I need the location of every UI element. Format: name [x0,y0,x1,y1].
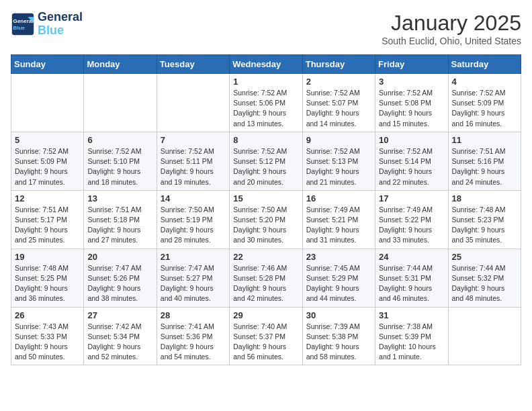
day-cell: 8Sunrise: 7:52 AMSunset: 5:12 PMDaylight… [230,132,302,190]
day-cell: 6Sunrise: 7:52 AMSunset: 5:10 PMDaylight… [84,132,157,190]
day-info: Sunrise: 7:41 AMSunset: 5:36 PMDaylight:… [161,322,226,363]
weekday-header-monday: Monday [84,55,157,74]
day-number: 4 [452,77,517,87]
day-info: Sunrise: 7:52 AMSunset: 5:11 PMDaylight:… [161,146,226,187]
day-number: 9 [306,135,371,145]
weekday-header-friday: Friday [375,55,448,74]
day-info: Sunrise: 7:51 AMSunset: 5:17 PMDaylight:… [15,205,80,246]
day-cell: 16Sunrise: 7:49 AMSunset: 5:21 PMDayligh… [302,190,375,248]
day-number: 10 [379,135,444,145]
svg-text:Blue: Blue [13,25,26,31]
day-info: Sunrise: 7:50 AMSunset: 5:20 PMDaylight:… [233,205,298,246]
week-row-1: 1Sunrise: 7:52 AMSunset: 5:06 PMDaylight… [11,74,521,132]
day-info: Sunrise: 7:39 AMSunset: 5:38 PMDaylight:… [306,322,371,363]
day-info: Sunrise: 7:52 AMSunset: 5:14 PMDaylight:… [379,146,444,187]
day-number: 12 [15,193,80,203]
day-number: 24 [379,252,444,262]
day-cell: 13Sunrise: 7:51 AMSunset: 5:18 PMDayligh… [84,190,157,248]
day-info: Sunrise: 7:51 AMSunset: 5:16 PMDaylight:… [452,146,517,187]
day-number: 7 [161,135,226,145]
day-cell: 31Sunrise: 7:38 AMSunset: 5:39 PMDayligh… [375,307,448,365]
logo-text: General Blue [38,11,83,38]
day-info: Sunrise: 7:52 AMSunset: 5:09 PMDaylight:… [452,88,517,129]
day-info: Sunrise: 7:46 AMSunset: 5:28 PMDaylight:… [233,263,298,304]
logo: General Blue General Blue [11,11,83,38]
day-info: Sunrise: 7:47 AMSunset: 5:26 PMDaylight:… [87,263,152,304]
day-info: Sunrise: 7:40 AMSunset: 5:37 PMDaylight:… [233,322,298,363]
day-info: Sunrise: 7:52 AMSunset: 5:09 PMDaylight:… [15,146,80,187]
day-cell: 18Sunrise: 7:48 AMSunset: 5:23 PMDayligh… [448,190,521,248]
day-cell [84,74,157,132]
day-cell [157,74,229,132]
day-cell: 9Sunrise: 7:52 AMSunset: 5:13 PMDaylight… [302,132,375,190]
day-cell: 7Sunrise: 7:52 AMSunset: 5:11 PMDaylight… [157,132,229,190]
day-cell: 29Sunrise: 7:40 AMSunset: 5:37 PMDayligh… [230,307,302,365]
day-cell: 25Sunrise: 7:44 AMSunset: 5:32 PMDayligh… [448,248,521,307]
day-cell: 1Sunrise: 7:52 AMSunset: 5:06 PMDaylight… [230,74,302,132]
day-cell: 4Sunrise: 7:52 AMSunset: 5:09 PMDaylight… [448,74,521,132]
page-header: General Blue General Blue January 2025 S… [11,11,521,46]
week-row-3: 12Sunrise: 7:51 AMSunset: 5:17 PMDayligh… [11,190,521,248]
weekday-header-tuesday: Tuesday [157,55,229,74]
day-cell: 28Sunrise: 7:41 AMSunset: 5:36 PMDayligh… [157,307,229,365]
day-cell: 22Sunrise: 7:46 AMSunset: 5:28 PMDayligh… [230,248,302,307]
month-title: January 2025 [382,11,521,36]
day-cell: 12Sunrise: 7:51 AMSunset: 5:17 PMDayligh… [11,190,84,248]
day-number: 29 [233,310,298,320]
day-number: 19 [15,252,80,262]
day-number: 26 [15,310,80,320]
day-number: 25 [452,252,517,262]
title-block: January 2025 South Euclid, Ohio, United … [382,11,521,46]
weekday-header-thursday: Thursday [302,55,375,74]
calendar-table: SundayMondayTuesdayWednesdayThursdayFrid… [11,54,521,365]
day-cell: 11Sunrise: 7:51 AMSunset: 5:16 PMDayligh… [448,132,521,190]
day-cell: 20Sunrise: 7:47 AMSunset: 5:26 PMDayligh… [84,248,157,307]
day-number: 2 [306,77,371,87]
day-cell: 30Sunrise: 7:39 AMSunset: 5:38 PMDayligh… [302,307,375,365]
day-cell: 2Sunrise: 7:52 AMSunset: 5:07 PMDaylight… [302,74,375,132]
day-number: 31 [379,310,444,320]
day-cell: 3Sunrise: 7:52 AMSunset: 5:08 PMDaylight… [375,74,448,132]
day-cell: 17Sunrise: 7:49 AMSunset: 5:22 PMDayligh… [375,190,448,248]
day-number: 20 [87,252,152,262]
day-info: Sunrise: 7:49 AMSunset: 5:22 PMDaylight:… [379,205,444,246]
day-number: 18 [452,193,517,203]
day-number: 21 [161,252,226,262]
day-number: 30 [306,310,371,320]
day-info: Sunrise: 7:45 AMSunset: 5:29 PMDaylight:… [306,263,371,304]
day-number: 23 [306,252,371,262]
day-cell [448,307,521,365]
day-number: 15 [233,193,298,203]
day-number: 28 [161,310,226,320]
day-number: 13 [87,193,152,203]
day-info: Sunrise: 7:47 AMSunset: 5:27 PMDaylight:… [161,263,226,304]
day-info: Sunrise: 7:48 AMSunset: 5:25 PMDaylight:… [15,263,80,304]
day-cell: 27Sunrise: 7:42 AMSunset: 5:34 PMDayligh… [84,307,157,365]
week-row-2: 5Sunrise: 7:52 AMSunset: 5:09 PMDaylight… [11,132,521,190]
day-info: Sunrise: 7:52 AMSunset: 5:10 PMDaylight:… [87,146,152,187]
logo-icon: General Blue [11,12,35,36]
weekday-header-row: SundayMondayTuesdayWednesdayThursdayFrid… [11,55,521,74]
day-info: Sunrise: 7:44 AMSunset: 5:32 PMDaylight:… [452,263,517,304]
day-number: 1 [233,77,298,87]
day-number: 8 [233,135,298,145]
day-cell: 19Sunrise: 7:48 AMSunset: 5:25 PMDayligh… [11,248,84,307]
day-cell: 26Sunrise: 7:43 AMSunset: 5:33 PMDayligh… [11,307,84,365]
day-cell: 14Sunrise: 7:50 AMSunset: 5:19 PMDayligh… [157,190,229,248]
day-info: Sunrise: 7:38 AMSunset: 5:39 PMDaylight:… [379,322,444,363]
day-number: 14 [161,193,226,203]
day-cell: 23Sunrise: 7:45 AMSunset: 5:29 PMDayligh… [302,248,375,307]
day-number: 16 [306,193,371,203]
day-info: Sunrise: 7:50 AMSunset: 5:19 PMDaylight:… [161,205,226,246]
day-info: Sunrise: 7:49 AMSunset: 5:21 PMDaylight:… [306,205,371,246]
day-cell: 15Sunrise: 7:50 AMSunset: 5:20 PMDayligh… [230,190,302,248]
day-info: Sunrise: 7:48 AMSunset: 5:23 PMDaylight:… [452,205,517,246]
day-number: 17 [379,193,444,203]
day-cell: 21Sunrise: 7:47 AMSunset: 5:27 PMDayligh… [157,248,229,307]
day-info: Sunrise: 7:43 AMSunset: 5:33 PMDaylight:… [15,322,80,363]
day-info: Sunrise: 7:52 AMSunset: 5:12 PMDaylight:… [233,146,298,187]
day-number: 27 [87,310,152,320]
day-info: Sunrise: 7:52 AMSunset: 5:13 PMDaylight:… [306,146,371,187]
day-info: Sunrise: 7:52 AMSunset: 5:07 PMDaylight:… [306,88,371,129]
day-number: 11 [452,135,517,145]
